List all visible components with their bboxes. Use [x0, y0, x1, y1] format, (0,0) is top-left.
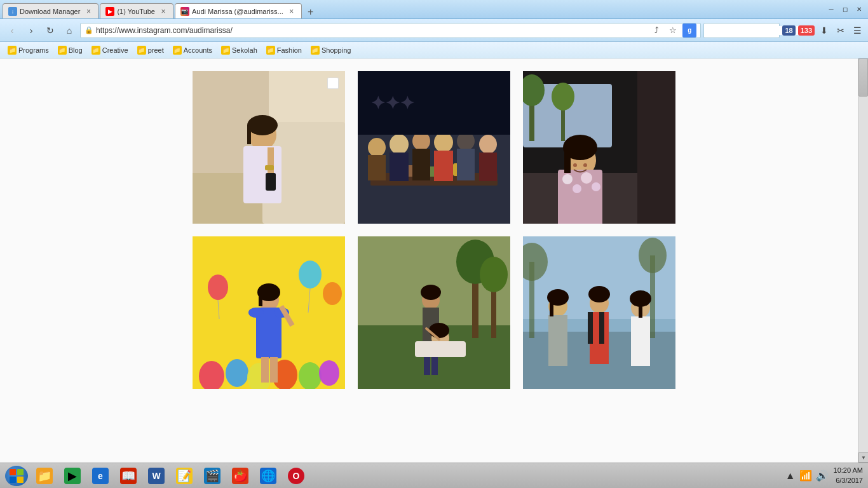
- network-icon: 🌐: [260, 468, 276, 484]
- start-button[interactable]: [5, 466, 28, 486]
- taskbar-app-word[interactable]: W: [144, 465, 168, 487]
- tab-youtube-close[interactable]: ×: [159, 7, 168, 16]
- selection-checkbox[interactable]: [327, 78, 339, 89]
- volume-icon[interactable]: 🔊: [816, 470, 829, 482]
- bookmark-preet-label: preet: [148, 46, 164, 54]
- word-icon: W: [148, 468, 165, 484]
- bookmark-programs-label: Programs: [18, 46, 49, 54]
- tray-arrow-icon[interactable]: ▲: [785, 470, 796, 482]
- photo-1[interactable]: [193, 71, 345, 224]
- taskbar-app-tomato[interactable]: 🍅: [228, 465, 252, 487]
- tab-download-close[interactable]: ×: [84, 7, 93, 16]
- taskbar-right: ▲ 📶 🔊 10:20 AM 6/3/2017: [785, 466, 863, 485]
- file-explorer-icon: 📁: [36, 468, 53, 484]
- bookmark-blog-icon: 📁: [58, 46, 67, 55]
- svg-rect-106: [639, 299, 642, 318]
- bookmark-creative-label: Creative: [102, 46, 128, 54]
- bookmark-shopping-icon: 📁: [311, 46, 320, 55]
- svg-rect-66: [261, 357, 269, 383]
- restore-button[interactable]: ◻: [839, 4, 851, 15]
- svg-rect-33: [637, 71, 675, 224]
- media-player-icon: ▶: [64, 468, 81, 484]
- facebook-badge[interactable]: 18: [782, 25, 795, 36]
- taskbar-app-opera[interactable]: O: [284, 465, 308, 487]
- clock-time: 10:20 AM: [834, 466, 863, 475]
- tomato-icon: 🍅: [232, 468, 248, 484]
- tab-instagram[interactable]: 📷 Audi Marissa (@audimariss... ×: [175, 3, 302, 18]
- window-controls: ─ ◻ ✕: [825, 4, 865, 15]
- svg-rect-97: [550, 297, 553, 316]
- bookmark-blog[interactable]: 📁 Blog: [55, 45, 85, 55]
- photo-6[interactable]: [523, 236, 675, 389]
- navigation-bar: ‹ › ↻ ⌂ 🔒 ⤴ ☆ g 🔍 18 133 ⬇ ✂ ☰: [0, 19, 868, 42]
- bookmark-fashion[interactable]: 📁 Fashion: [264, 45, 304, 55]
- close-button[interactable]: ✕: [853, 4, 865, 15]
- taskbar-app-file-explorer[interactable]: 📁: [32, 465, 57, 487]
- photo-5[interactable]: [358, 236, 510, 389]
- bookmark-fashion-icon: 📁: [266, 46, 275, 55]
- svg-rect-26: [457, 149, 475, 180]
- facebook-notifications[interactable]: 133: [798, 25, 815, 36]
- bookmark-creative[interactable]: 📁 Creative: [89, 45, 131, 55]
- svg-point-47: [573, 163, 577, 167]
- tab-youtube-icon: ▶: [105, 7, 114, 16]
- home-button[interactable]: ⌂: [61, 22, 78, 39]
- minimize-button[interactable]: ─: [825, 4, 837, 15]
- bookmark-programs[interactable]: 📁 Programs: [5, 45, 51, 55]
- scroll-down-button[interactable]: ▼: [858, 452, 868, 463]
- taskbar-app-ebook[interactable]: 📖: [116, 465, 140, 487]
- scroll-thumb[interactable]: [858, 58, 868, 97]
- svg-point-82: [421, 285, 441, 300]
- refresh-button[interactable]: ↻: [42, 22, 58, 39]
- tab-instagram-close[interactable]: ×: [287, 7, 296, 16]
- back-icon: ‹: [11, 25, 14, 36]
- lock-icon: 🔒: [85, 26, 93, 34]
- taskbar-app-video[interactable]: 🎬: [200, 465, 224, 487]
- bookmark-sekolah-label: Sekolah: [232, 46, 257, 54]
- star-button[interactable]: ☆: [666, 24, 680, 37]
- svg-point-41: [562, 174, 573, 184]
- back-button[interactable]: ‹: [4, 22, 20, 39]
- svg-rect-46: [564, 147, 571, 173]
- windows-logo: [10, 469, 24, 483]
- taskbar-app-ie[interactable]: e: [88, 465, 112, 487]
- forward-button[interactable]: ›: [23, 22, 39, 39]
- right-icons: 18 133 ⬇ ✂ ☰: [782, 24, 864, 37]
- forward-icon: ›: [30, 25, 33, 36]
- tab-download-icon: ↓: [8, 7, 17, 16]
- system-tray: ▲ 📶 🔊: [785, 470, 829, 482]
- taskbar-app-notes[interactable]: 📝: [172, 465, 196, 487]
- address-bar: 🔒 ⤴ ☆ g: [80, 23, 701, 38]
- refresh-icon: ↻: [46, 25, 54, 36]
- taskbar-app-media[interactable]: ▶: [60, 465, 85, 487]
- tab-youtube[interactable]: ▶ (1) YouTube ×: [100, 3, 173, 18]
- svg-point-59: [299, 261, 322, 288]
- menu-button[interactable]: ☰: [850, 24, 864, 37]
- signal-icon[interactable]: 📶: [799, 470, 812, 482]
- opera-icon: O: [288, 468, 304, 484]
- share-button[interactable]: ⤴: [649, 24, 663, 37]
- svg-point-48: [583, 163, 587, 167]
- bookmark-fashion-label: Fashion: [277, 46, 302, 54]
- scissors-icon[interactable]: ✂: [834, 24, 848, 37]
- taskbar-app-network[interactable]: 🌐: [256, 465, 280, 487]
- svg-point-42: [573, 184, 581, 193]
- photo-2[interactable]: ✦✦✦: [358, 71, 510, 224]
- url-input[interactable]: [96, 26, 647, 35]
- photo-4[interactable]: [193, 236, 345, 389]
- system-clock[interactable]: 10:20 AM 6/3/2017: [834, 466, 863, 485]
- new-tab-button[interactable]: +: [303, 6, 318, 18]
- svg-point-57: [208, 274, 228, 300]
- download-icon[interactable]: ⬇: [817, 24, 831, 37]
- bookmark-sekolah[interactable]: 📁 Sekolah: [219, 45, 260, 55]
- svg-point-93: [639, 238, 667, 273]
- tab-download-manager[interactable]: ↓ Download Manager ×: [3, 3, 98, 18]
- photo-3[interactable]: [523, 71, 675, 224]
- bookmark-preet[interactable]: 📁 preet: [135, 45, 166, 55]
- bookmark-shopping[interactable]: 📁 Shopping: [308, 45, 354, 55]
- bookmarks-bar: 📁 Programs 📁 Blog 📁 Creative 📁 preet 📁 A…: [0, 42, 868, 58]
- google-button[interactable]: g: [682, 24, 696, 37]
- bookmark-accounts[interactable]: 📁 Accounts: [170, 45, 215, 55]
- svg-point-23: [434, 132, 453, 152]
- svg-rect-84: [415, 341, 466, 357]
